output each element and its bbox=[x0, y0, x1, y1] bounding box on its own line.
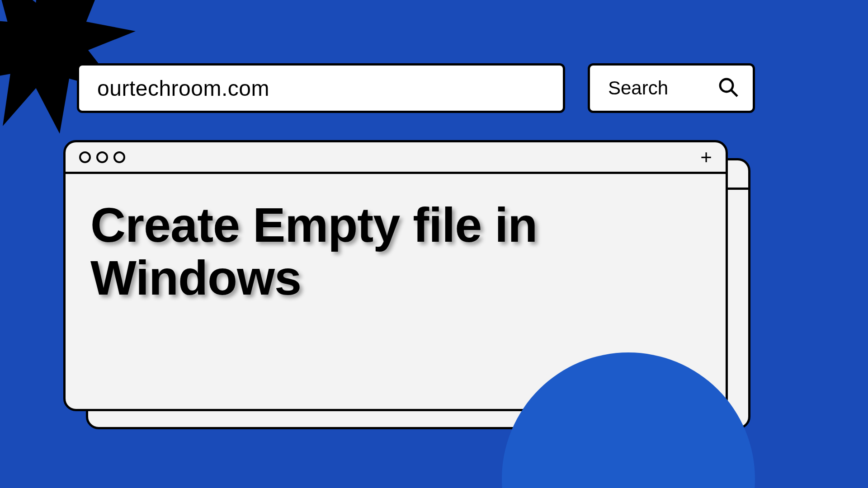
svg-point-1 bbox=[720, 79, 733, 92]
traffic-dot-icon bbox=[79, 151, 91, 163]
traffic-dot-icon bbox=[113, 151, 125, 163]
search-icon bbox=[717, 76, 739, 100]
svg-line-2 bbox=[731, 90, 737, 96]
traffic-dot-icon bbox=[96, 151, 108, 163]
url-bar[interactable]: ourtechroom.com bbox=[77, 63, 565, 113]
window-titlebar: + bbox=[66, 142, 726, 174]
traffic-lights bbox=[79, 151, 125, 163]
search-box[interactable]: Search bbox=[588, 63, 755, 113]
headline-text: Create Empty file in Windows bbox=[90, 199, 701, 304]
url-bar-text: ourtechroom.com bbox=[97, 76, 269, 101]
plus-icon[interactable]: + bbox=[700, 147, 712, 167]
search-label: Search bbox=[608, 77, 668, 99]
